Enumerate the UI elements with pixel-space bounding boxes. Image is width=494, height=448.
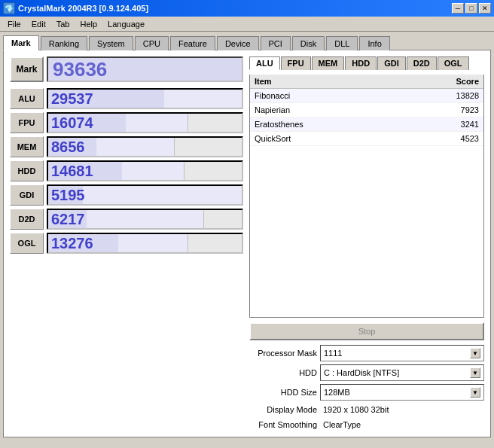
results-header: Item Score xyxy=(250,75,483,89)
mark-button[interactable]: Mark xyxy=(10,56,44,82)
tab-ranking[interactable]: Ranking xyxy=(41,36,87,50)
row-item-2: Eratosthenes xyxy=(255,120,303,129)
menu-tab[interactable]: Tab xyxy=(52,18,75,30)
sub-tab-alu[interactable]: ALU xyxy=(249,56,280,70)
header-item: Item xyxy=(255,77,272,86)
hdd-score-value: 14681 xyxy=(48,163,93,180)
alu-label[interactable]: ALU xyxy=(10,88,44,109)
tab-disk[interactable]: Disk xyxy=(292,36,325,50)
processor-mask-value: 1111 xyxy=(324,349,342,358)
hdd-value: C : HardDisk [NTFS] xyxy=(324,368,399,377)
menu-language[interactable]: Language xyxy=(103,18,149,30)
ogl-label[interactable]: OGL xyxy=(10,233,44,254)
menu-bar: File Edit Tab Help Language xyxy=(0,17,494,32)
sub-tab-bar: ALU FPU MEM HDD GDI D2D OGL xyxy=(249,56,484,70)
tab-system[interactable]: System xyxy=(89,36,133,50)
mem-score-value: 8656 xyxy=(48,139,85,156)
gdi-row: GDI 5195 xyxy=(10,184,243,206)
table-row: Eratosthenes 3241 xyxy=(250,117,483,132)
display-mode-row: Display Mode 1920 x 1080 32bit xyxy=(249,404,484,416)
sub-tab-fpu[interactable]: FPU xyxy=(281,56,311,70)
row-score-2: 3241 xyxy=(461,120,479,129)
sub-tab-hdd[interactable]: HDD xyxy=(345,56,377,70)
gdi-score-value: 5195 xyxy=(48,187,85,204)
stop-button[interactable]: Stop xyxy=(249,322,484,340)
sub-tab-d2d[interactable]: D2D xyxy=(407,56,437,70)
maximize-button[interactable]: □ xyxy=(465,3,477,14)
tab-dll[interactable]: DLL xyxy=(326,36,358,50)
alu-row: ALU 29537 xyxy=(10,88,243,109)
alu-score-box: 29537 xyxy=(47,88,243,109)
menu-help[interactable]: Help xyxy=(75,18,102,30)
hdd-size-label: HDD Size xyxy=(249,388,317,397)
window-controls: ─ □ ✕ xyxy=(452,3,491,14)
table-row: Napierian 7923 xyxy=(250,103,483,117)
sub-tab-mem[interactable]: MEM xyxy=(312,56,345,70)
row-item-1: Napierian xyxy=(255,105,290,114)
chevron-down-icon: ▼ xyxy=(470,387,480,398)
ogl-row: OGL 13276 xyxy=(10,233,243,254)
fpu-row: FPU 16074 xyxy=(10,112,243,133)
ogl-score-box: 13276 xyxy=(47,233,243,254)
processor-mask-dropdown[interactable]: 1111 ▼ xyxy=(320,345,484,361)
results-table: Item Score Fibonacci 13828 Napierian 792… xyxy=(249,75,484,318)
tab-info[interactable]: Info xyxy=(359,36,389,50)
menu-edit[interactable]: Edit xyxy=(27,18,50,30)
hdd-row: HDD 14681 xyxy=(10,160,243,181)
display-mode-label: Display Mode xyxy=(249,405,317,414)
tab-device[interactable]: Device xyxy=(217,36,259,50)
d2d-label[interactable]: D2D xyxy=(10,209,44,230)
hdd-size-row: HDD Size 128MB ▼ xyxy=(249,384,484,401)
mark-row: Mark 93636 xyxy=(10,56,243,82)
main-tab-bar: Mark Ranking System CPU Feature Device P… xyxy=(0,32,494,50)
alu-score-value: 29537 xyxy=(48,90,93,108)
table-row: QuickSort 4523 xyxy=(250,132,483,146)
row-score-1: 7923 xyxy=(461,105,479,114)
hdd-label[interactable]: HDD xyxy=(10,160,44,181)
row-item-0: Fibonacci xyxy=(255,91,290,100)
tab-mark[interactable]: Mark xyxy=(3,35,39,50)
hdd-setting-label: HDD xyxy=(249,368,317,377)
font-smoothing-value: ClearType xyxy=(320,419,484,431)
scores-panel: Mark 93636 ALU 29537 FPU 16074 M xyxy=(10,56,243,431)
chevron-down-icon: ▼ xyxy=(470,367,480,378)
right-panel: ALU FPU MEM HDD GDI D2D OGL Item Score F… xyxy=(249,56,484,431)
chevron-down-icon: ▼ xyxy=(470,348,480,358)
d2d-row: D2D 6217 xyxy=(10,209,243,230)
font-smoothing-label: Font Smoothing xyxy=(249,420,317,429)
menu-file[interactable]: File xyxy=(3,18,26,30)
hdd-setting-row: HDD C : HardDisk [NTFS] ▼ xyxy=(249,364,484,381)
gdi-score-box: 5195 xyxy=(47,184,243,206)
window-title: CrystalMark 2004R3 [0.9.124.405] xyxy=(18,4,148,13)
row-score-0: 13828 xyxy=(456,91,479,100)
title-bar: 💎 CrystalMark 2004R3 [0.9.124.405] ─ □ ✕ xyxy=(0,0,494,17)
row-item-3: QuickSort xyxy=(255,134,291,143)
settings-area: Processor Mask 1111 ▼ HDD C : HardDisk [… xyxy=(249,345,484,431)
main-content: Mark 93636 ALU 29537 FPU 16074 M xyxy=(3,50,491,437)
minimize-button[interactable]: ─ xyxy=(452,3,464,14)
processor-mask-label: Processor Mask xyxy=(249,349,317,358)
hdd-size-dropdown[interactable]: 128MB ▼ xyxy=(320,384,484,401)
sub-tab-gdi[interactable]: GDI xyxy=(377,56,406,70)
table-row: Fibonacci 13828 xyxy=(250,89,483,103)
hdd-size-value: 128MB xyxy=(324,388,350,397)
display-mode-value: 1920 x 1080 32bit xyxy=(320,404,484,416)
hdd-dropdown[interactable]: C : HardDisk [NTFS] ▼ xyxy=(320,364,484,381)
mem-row: MEM 8656 xyxy=(10,136,243,157)
hdd-score-box: 14681 xyxy=(47,160,243,181)
ogl-score-value: 13276 xyxy=(48,235,93,252)
gdi-label[interactable]: GDI xyxy=(10,184,44,206)
mark-score-box: 93636 xyxy=(47,56,243,82)
mem-score-box: 8656 xyxy=(47,136,243,157)
close-button[interactable]: ✕ xyxy=(479,3,491,14)
tab-pci[interactable]: PCI xyxy=(261,36,291,50)
tab-feature[interactable]: Feature xyxy=(170,36,215,50)
font-smoothing-row: Font Smoothing ClearType xyxy=(249,419,484,431)
tab-cpu[interactable]: CPU xyxy=(135,36,169,50)
fpu-score-box: 16074 xyxy=(47,112,243,133)
d2d-score-value: 6217 xyxy=(48,211,85,228)
fpu-label[interactable]: FPU xyxy=(10,112,44,133)
mem-label[interactable]: MEM xyxy=(10,136,44,157)
sub-tab-ogl[interactable]: OGL xyxy=(438,56,469,70)
fpu-score-value: 16074 xyxy=(48,114,93,132)
